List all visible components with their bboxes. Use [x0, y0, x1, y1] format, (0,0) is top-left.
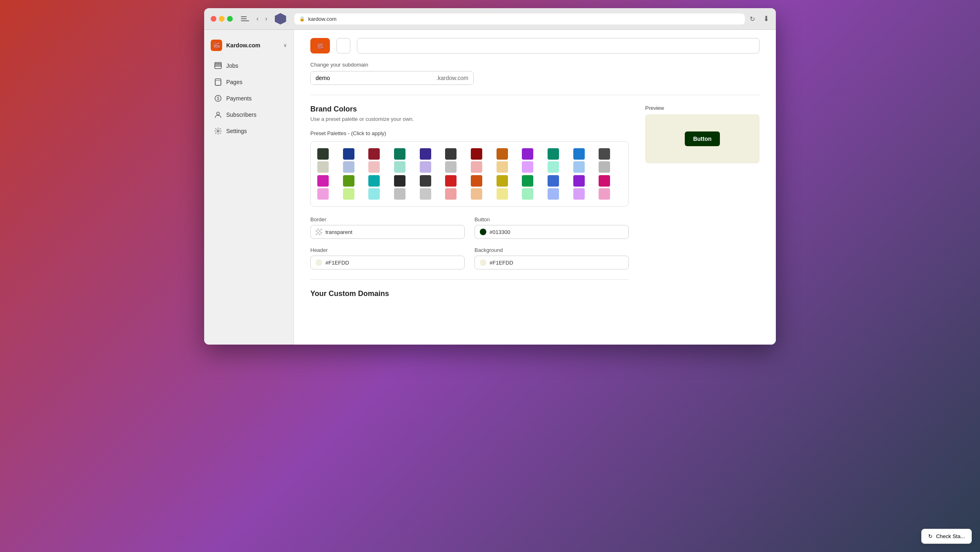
palette-12[interactable] — [599, 148, 622, 173]
palette-swatch-bottom — [445, 161, 457, 173]
download-button[interactable]: ⬇ — [763, 14, 769, 23]
action-field — [357, 38, 760, 53]
traffic-lights — [211, 16, 233, 22]
orange-action-button[interactable]: 🧱 — [310, 38, 330, 53]
payments-label: Payments — [226, 95, 252, 102]
palette-swatch-top — [522, 175, 533, 187]
palette-swatch-bottom — [368, 161, 380, 173]
palette-1[interactable] — [317, 148, 341, 173]
check-status-button[interactable]: ↻ Check Sta... — [921, 529, 972, 544]
palette-17[interactable] — [420, 175, 443, 200]
palette-2[interactable] — [343, 148, 366, 173]
palette-swatch-bottom — [599, 188, 610, 200]
palette-swatch-bottom — [548, 188, 559, 200]
button-input-row[interactable]: #013300 — [474, 225, 629, 239]
palette-4[interactable] — [394, 148, 417, 173]
palette-24[interactable] — [599, 175, 622, 200]
palette-swatch-top — [420, 148, 431, 160]
gray-action-button[interactable] — [336, 38, 350, 53]
pages-icon — [214, 78, 222, 86]
sidebar-item-pages[interactable]: Pages — [207, 74, 290, 90]
sidebar-item-payments[interactable]: $ Payments — [207, 90, 290, 107]
subdomain-suffix: .kardow.com — [431, 71, 473, 85]
palette-swatch-top — [420, 175, 431, 187]
palette-swatch-bottom — [548, 161, 559, 173]
palette-swatch-bottom — [497, 161, 508, 173]
back-button[interactable]: ‹ — [254, 14, 261, 23]
palette-11[interactable] — [573, 148, 597, 173]
button-value: #013300 — [490, 229, 510, 235]
palette-14[interactable] — [343, 175, 366, 200]
border-label: Border — [310, 216, 465, 223]
palette-swatch-bottom — [343, 188, 354, 200]
brand-colors-subtitle: Use a preset palette or customize your o… — [310, 116, 629, 122]
palette-swatch-top — [317, 148, 329, 160]
palette-19[interactable] — [471, 175, 494, 200]
palette-swatch-top — [599, 148, 610, 160]
palette-7[interactable] — [471, 148, 494, 173]
preview-button: Button — [685, 131, 719, 146]
subdomain-section: Change your subdomain .kardow.com — [310, 62, 760, 85]
palette-16[interactable] — [394, 175, 417, 200]
shield-icon — [275, 13, 286, 24]
browser-chrome: ‹ › 🔒 kardow.com ↻ ⬇ — [204, 8, 776, 30]
palette-9[interactable] — [522, 148, 545, 173]
palette-21[interactable] — [522, 175, 545, 200]
palette-15[interactable] — [368, 175, 392, 200]
address-bar[interactable]: 🔒 kardow.com — [294, 13, 745, 24]
palette-swatch-bottom — [394, 161, 405, 173]
colors-row-1: Border transparent Button #01 — [310, 216, 629, 239]
palette-swatch-top — [368, 148, 380, 160]
palette-swatch-top — [497, 148, 508, 160]
border-input-row[interactable]: transparent — [310, 225, 465, 239]
maximize-button[interactable] — [227, 16, 233, 22]
palette-20[interactable] — [497, 175, 520, 200]
button-label: Button — [474, 216, 629, 223]
palettes-grid — [310, 141, 629, 207]
brand-logo-icon: 🧱 — [211, 40, 222, 51]
palette-swatch-bottom — [471, 188, 482, 200]
minimize-button[interactable] — [219, 16, 225, 22]
check-status-label: Check Sta... — [936, 533, 965, 539]
palette-swatch-top — [471, 148, 482, 160]
palette-5[interactable] — [420, 148, 443, 173]
subdomain-label: Change your subdomain — [310, 62, 760, 68]
background-input-row[interactable]: #F1EFDD — [474, 256, 629, 269]
palettes-label: Preset Palettes - (Click to apply) — [310, 130, 629, 136]
palette-swatch-top — [343, 175, 354, 187]
reload-button[interactable]: ↻ — [750, 15, 755, 23]
palette-22[interactable] — [548, 175, 571, 200]
svg-rect-4 — [215, 80, 221, 85]
forward-button[interactable]: › — [263, 14, 270, 23]
palette-18[interactable] — [445, 175, 468, 200]
palette-8[interactable] — [497, 148, 520, 173]
preview-box: Button — [645, 114, 760, 163]
subdomain-input[interactable] — [311, 71, 431, 85]
palette-3[interactable] — [368, 148, 392, 173]
palette-23[interactable] — [573, 175, 597, 200]
palette-10[interactable] — [548, 148, 571, 173]
sidebar-toggle-button[interactable] — [241, 15, 249, 23]
background-label: Background — [474, 247, 629, 253]
palette-swatch-bottom — [522, 161, 533, 173]
header-input-row[interactable]: #F1EFDD — [310, 256, 465, 269]
close-button[interactable] — [211, 16, 216, 22]
orange-btn-icon: 🧱 — [317, 43, 323, 49]
palette-swatch-bottom — [317, 188, 329, 200]
header-value: #F1EFDD — [325, 260, 349, 266]
palette-13[interactable] — [317, 175, 341, 200]
palette-swatch-top — [599, 175, 610, 187]
palette-6[interactable] — [445, 148, 468, 173]
sidebar-item-jobs[interactable]: Jobs — [207, 58, 290, 74]
palette-swatch-top — [573, 148, 585, 160]
palette-swatch-top — [394, 175, 405, 187]
sidebar-item-settings[interactable]: Settings — [207, 123, 290, 139]
palette-swatch-bottom — [573, 161, 585, 173]
svg-point-7 — [217, 112, 220, 115]
brand-left: Brand Colors Use a preset palette or cus… — [310, 105, 629, 300]
svg-point-8 — [217, 130, 219, 132]
brand-name: Kardow.com — [226, 42, 279, 49]
border-value: transparent — [325, 229, 352, 235]
brand-header[interactable]: 🧱 Kardow.com ∨ — [204, 36, 294, 58]
sidebar-item-subscribers[interactable]: Subscribers — [207, 107, 290, 123]
